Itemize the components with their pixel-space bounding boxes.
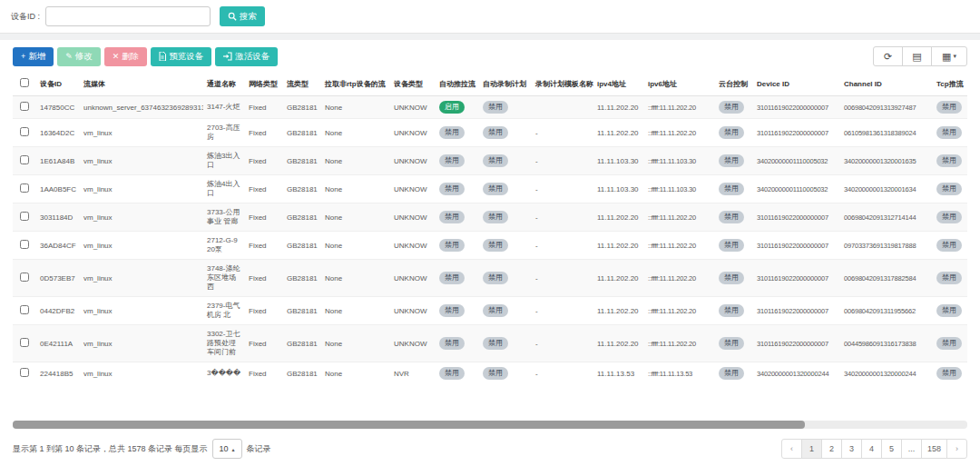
row-checkbox[interactable] — [20, 273, 29, 282]
cell-channel-name: 3302-卫七路预处理车间门前 — [203, 325, 245, 362]
cell-network-type: Fixed — [245, 96, 283, 119]
cell-auto-record-status: 禁用 — [479, 203, 532, 232]
table-row[interactable]: 224418B5 vm_linux 3���� Fixed GB28181 No… — [13, 362, 967, 385]
device-table: 设备ID流媒体通道名称网络类型流类型拉取非rtp设备的流设备类型自动推拉流自动录… — [13, 72, 967, 384]
cell-device-type: UNKNOW — [390, 119, 436, 147]
activate-device-button[interactable]: 激活设备 — [215, 47, 278, 66]
cell-device-short-id: 147850CC — [36, 96, 80, 119]
status-badge: 禁用 — [936, 304, 962, 317]
table-row[interactable]: 147850CC unknown_server_6374632369289313… — [13, 96, 967, 119]
pagination-next-button[interactable]: › — [946, 439, 967, 459]
cell-device-id: 31011619022000000007 — [753, 325, 840, 362]
horizontal-scrollbar-track[interactable] — [13, 421, 967, 429]
status-badge: 禁用 — [483, 337, 508, 350]
pagination-page-158[interactable]: 158 — [921, 439, 947, 459]
cell-device-type: UNKNOW — [390, 147, 436, 175]
column-header-3: 通道名称 — [203, 72, 245, 96]
search-button[interactable]: 搜索 — [220, 6, 265, 26]
cell-ipv4-address: 11.11.202.20 — [593, 119, 644, 147]
cell-auto-push-status: 禁用 — [436, 362, 479, 385]
table-row[interactable]: 0442DFB2 vm_linux 2379-电气机房 北 Fixed GB28… — [13, 297, 967, 325]
cell-tcp-push-status: 禁用 — [933, 203, 967, 232]
pagination-page-5[interactable]: 5 — [881, 439, 902, 459]
cell-device-type: UNKNOW — [390, 325, 436, 362]
cell-device-id: 31011619022000000007 — [753, 232, 840, 260]
cell-ipv6-address: ::ffff:11.11.202.20 — [644, 260, 715, 297]
column-header-4: 网络类型 — [245, 72, 283, 96]
page-size-select[interactable]: 10 ▴ — [212, 439, 242, 459]
delete-button[interactable]: ✕ 删除 — [104, 47, 148, 66]
cell-record-template — [532, 96, 593, 119]
status-badge: 禁用 — [439, 183, 465, 195]
edit-button[interactable]: ✎ 修改 — [57, 47, 101, 66]
cell-record-template: - — [532, 203, 593, 232]
horizontal-scrollbar-thumb[interactable] — [13, 421, 805, 429]
add-button[interactable]: + 新增 — [13, 47, 54, 66]
row-checkbox[interactable] — [20, 338, 29, 347]
cell-stream-type: GB28181 — [283, 203, 321, 232]
cell-ptz-status: 禁用 — [715, 175, 753, 203]
row-checkbox[interactable] — [20, 127, 29, 136]
cell-tcp-push-status: 禁用 — [933, 297, 967, 325]
cell-channel-id: 00698042091311955662 — [840, 297, 933, 325]
cell-network-type: Fixed — [245, 297, 283, 325]
device-table-panel: + 新增 ✎ 修改 ✕ 删除 预览设备 激活设备 — [0, 40, 980, 466]
table-row[interactable]: 0D573EB7 vm_linux 3748-涤纶东区堆场西 Fixed GB2… — [13, 260, 967, 297]
cell-channel-name: 3748-涤纶东区堆场西 — [203, 260, 245, 297]
cell-non-rtp-pull: None — [321, 260, 390, 297]
device-id-input[interactable] — [45, 6, 211, 26]
cell-stream-type: GB28181 — [283, 232, 321, 260]
row-checkbox[interactable] — [20, 240, 29, 249]
refresh-button[interactable]: ⟳ — [873, 46, 903, 66]
cell-stream-type: GB28181 — [283, 96, 321, 119]
row-checkbox[interactable] — [20, 368, 29, 377]
cell-ipv4-address: 11.11.202.20 — [593, 260, 644, 297]
search-panel: 设备ID : 搜索 — [0, 0, 980, 34]
table-row[interactable]: 3031184D vm_linux 3733-公用事业 管廊 Fixed GB2… — [13, 203, 967, 232]
cell-channel-id: 09703373691319817888 — [840, 232, 933, 260]
table-row[interactable]: 1E61A84B vm_linux 炼油3出入口 Fixed GB28181 N… — [13, 147, 967, 175]
pagination: ‹12345...158› — [781, 439, 967, 459]
pagination-page-4[interactable]: 4 — [861, 439, 882, 459]
cell-channel-id: 06105981361318389024 — [840, 119, 933, 147]
column-header-10: 录制计划模板名称 — [532, 72, 593, 96]
cell-channel-id: 00445986091316173838 — [840, 325, 933, 362]
table-row[interactable]: 1AA0B5FC vm_linux 炼油4出入口 Fixed GB28181 N… — [13, 175, 967, 203]
page-size-value: 10 — [220, 444, 229, 453]
cell-channel-id: 34020000001320000244 — [840, 362, 933, 385]
columns-button[interactable]: ▦ ▾ — [931, 46, 967, 66]
cell-auto-push-status: 启用 — [436, 96, 479, 119]
cell-stream-type: GB28181 — [283, 362, 321, 385]
cell-non-rtp-pull: None — [321, 362, 390, 385]
column-header-6: 拉取非rtp设备的流 — [321, 72, 390, 96]
pagination-page-1[interactable]: 1 — [801, 439, 822, 459]
row-checkbox[interactable] — [20, 212, 29, 221]
pagination-page-3[interactable]: 3 — [841, 439, 862, 459]
table-row[interactable]: 36AD84CF vm_linux 2712-G-920泵 Fixed GB28… — [13, 232, 967, 260]
pagination-prev-button[interactable]: ‹ — [781, 439, 802, 459]
cell-media-server: vm_linux — [80, 297, 203, 325]
column-header-12: ipv6地址 — [644, 72, 715, 96]
cell-ipv6-address: ::ffff:11.11.103.30 — [644, 175, 715, 203]
cell-auto-push-status: 禁用 — [436, 232, 479, 260]
table-row[interactable]: 0E42111A vm_linux 3302-卫七路预处理车间门前 Fixed … — [13, 325, 967, 362]
cell-device-type: UNKNOW — [390, 96, 436, 119]
table-row[interactable]: 16364D2C vm_linux 2703-高压房 Fixed GB28181… — [13, 119, 967, 147]
pagination-page-2[interactable]: 2 — [821, 439, 842, 459]
cell-channel-id: 34020000001320001634 — [840, 175, 933, 203]
cell-non-rtp-pull: None — [321, 325, 390, 362]
select-all-checkbox[interactable] — [20, 78, 29, 87]
cell-ptz-status: 禁用 — [715, 232, 753, 260]
cell-non-rtp-pull: None — [321, 297, 390, 325]
row-checkbox[interactable] — [20, 183, 29, 193]
status-badge: 禁用 — [719, 154, 744, 167]
cell-auto-push-status: 禁用 — [436, 297, 479, 325]
row-checkbox[interactable] — [20, 305, 29, 314]
row-checkbox[interactable] — [20, 102, 29, 111]
cell-ipv4-address: 11.11.202.20 — [593, 203, 644, 232]
toggle-view-button[interactable]: ▤ — [902, 46, 932, 66]
row-checkbox[interactable] — [20, 155, 29, 164]
status-badge: 禁用 — [936, 154, 962, 167]
preview-device-button[interactable]: 预览设备 — [151, 47, 211, 66]
status-badge: 禁用 — [439, 211, 465, 223]
